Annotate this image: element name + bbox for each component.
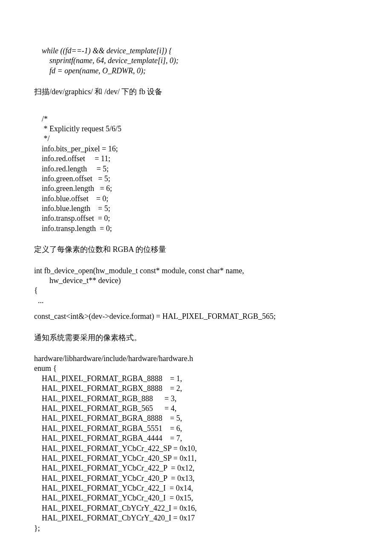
- code-line-const-cast: const_cast<int&>(dev->device.format) = H…: [34, 312, 366, 321]
- code-block-while-loop: while ((fd==-1) && device_template[i]) {…: [34, 46, 366, 76]
- note-scan-devices: 扫描/dev/graphics/ 和 /dev/ 下的 fb 设备: [34, 82, 366, 102]
- note-bits-rgba: 定义了每像素的位数和 RGBA 的位移量: [34, 240, 366, 260]
- code-block-pixel-info: /* * Explicitly request 5/6/5 */ info.bi…: [34, 114, 366, 234]
- note-pixel-format: 通知系统需要采用的像素格式。: [34, 328, 366, 348]
- code-block-fb-device-open: int fb_device_open(hw_module_t const* mo…: [34, 266, 366, 306]
- code-block-hal-enum: hardware/libhardware/include/hardware/ha…: [34, 354, 366, 533]
